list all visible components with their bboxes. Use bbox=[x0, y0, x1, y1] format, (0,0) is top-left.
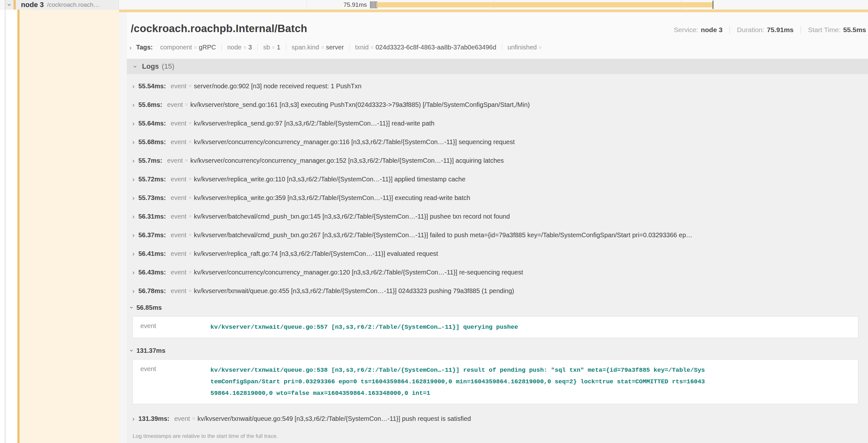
tag-chip[interactable]: sb=1 bbox=[257, 44, 286, 51]
log-field-key: event bbox=[174, 415, 190, 422]
log-entry-row[interactable]: › 56.41ms: event = kv/kvserver/replica_r… bbox=[127, 244, 868, 263]
tag-value: 1 bbox=[277, 44, 280, 51]
log-entry-row[interactable]: › 56.37ms: event = kv/kvserver/batcheval… bbox=[127, 226, 868, 244]
log-field-key: event bbox=[141, 364, 210, 399]
log-message: kv/kvserver/concurrency/concurrency_mana… bbox=[194, 138, 515, 146]
tag-chip[interactable]: span.kind=server bbox=[286, 44, 349, 51]
log-field-key: event bbox=[170, 232, 186, 239]
log-entry-row[interactable]: › 131.39ms: event = kv/kvserver/txnwait/… bbox=[127, 409, 868, 428]
equals-sign: = bbox=[185, 158, 188, 163]
tag-key: component bbox=[160, 44, 192, 51]
service-label: Service: bbox=[674, 26, 699, 34]
log-message: kv/kvserver/txnwait/queue.go:455 [n3,s3,… bbox=[194, 287, 514, 295]
equals-sign: = bbox=[192, 416, 195, 421]
tag-chip[interactable]: component=gRPC bbox=[155, 44, 222, 51]
log-field-key: event bbox=[170, 194, 186, 202]
log-field-key: event bbox=[170, 269, 186, 276]
span-name-cell[interactable]: › node 3 /cockroach.roach… bbox=[5, 0, 119, 10]
log-field-key: event bbox=[170, 250, 186, 258]
log-entry-row[interactable]: › 55.6ms: event = kv/kvserver/store_send… bbox=[127, 95, 868, 114]
tag-chip[interactable]: node=3 bbox=[221, 44, 257, 51]
log-message: kv/kvserver/replica_send.go:97 [n3,s3,r6… bbox=[194, 120, 435, 127]
equals-sign: = bbox=[189, 139, 191, 145]
equals-sign: = bbox=[194, 45, 197, 50]
log-entry-row[interactable]: › 55.7ms: event = kv/kvserver/concurrenc… bbox=[127, 151, 868, 170]
log-timestamp: 55.6ms: bbox=[138, 101, 162, 108]
log-entry-row[interactable]: › 56.31ms: event = kv/kvserver/batcheval… bbox=[127, 207, 868, 226]
log-entry-expanded: › 131.37ms event kv/kvserver/txnwait/que… bbox=[127, 343, 868, 404]
span-title: /cockroach.roachpb.Internal/Batch bbox=[131, 23, 307, 35]
chevron-down-icon: › bbox=[132, 66, 139, 68]
log-timestamp: 55.68ms: bbox=[138, 138, 166, 146]
equals-sign: = bbox=[539, 45, 541, 50]
span-overview: Service: node 3 Duration: 75.91ms Start … bbox=[674, 26, 866, 34]
log-message: kv/kvserver/txnwait/queue.go:549 [n3,s3,… bbox=[197, 415, 471, 422]
log-timestamp: 55.54ms: bbox=[138, 82, 166, 90]
log-message: server/node.go:902 [n3] node received re… bbox=[194, 82, 362, 90]
log-field-value[interactable]: kv/kvserver/txnwait/queue.go:557 [n3,s3,… bbox=[210, 321, 518, 333]
log-timestamp: 56.37ms: bbox=[138, 232, 166, 239]
log-message: kv/kvserver/replica_write.go:359 [n3,s3,… bbox=[194, 194, 470, 202]
span-row: › node 3 /cockroach.roach… 75.91ms bbox=[0, 0, 868, 10]
log-entry-row[interactable]: › 55.64ms: event = kv/kvserver/replica_s… bbox=[127, 114, 868, 133]
start-time-value: 55.5ms bbox=[843, 26, 866, 34]
tag-value: 024d3323-6c8f-4863-aa8b-37ab0e63496d bbox=[375, 44, 496, 51]
log-timestamp: 55.73ms: bbox=[138, 194, 166, 202]
tag-key: node bbox=[227, 44, 242, 51]
log-timestamp: 55.7ms: bbox=[138, 157, 162, 164]
log-value-line: kv/kvserver/txnwait/queue.go:557 [n3,s3,… bbox=[210, 321, 518, 333]
log-field-key: event bbox=[170, 213, 186, 220]
chevron-right-icon: › bbox=[132, 101, 134, 108]
log-message: kv/kvserver/store_send.go:161 [n3,s3] ex… bbox=[190, 101, 530, 108]
chevron-down-icon[interactable]: › bbox=[6, 3, 13, 6]
log-field-key: event bbox=[170, 120, 186, 127]
log-timestamp: 56.85ms bbox=[136, 304, 162, 311]
log-fields-table: event kv/kvserver/txnwait/queue.go:538 [… bbox=[132, 359, 858, 404]
log-entry-row[interactable]: › 55.68ms: event = kv/kvserver/concurren… bbox=[127, 133, 868, 151]
tag-key: unfinished bbox=[507, 44, 537, 51]
log-field-key: event bbox=[170, 138, 186, 146]
log-timestamp: 55.72ms: bbox=[138, 176, 166, 183]
chevron-right-icon: › bbox=[132, 120, 134, 127]
log-field-key: event bbox=[170, 82, 186, 90]
span-duration-bar[interactable] bbox=[377, 2, 713, 7]
equals-sign: = bbox=[185, 102, 188, 107]
column-resizer[interactable] bbox=[5, 0, 5, 443]
log-field-value[interactable]: kv/kvserver/txnwait/queue.go:538 [n3,s3,… bbox=[210, 364, 705, 399]
log-entry-row[interactable]: › 55.73ms: event = kv/kvserver/replica_w… bbox=[127, 189, 868, 207]
log-field-key: event bbox=[170, 287, 186, 295]
equals-sign: = bbox=[189, 269, 191, 275]
log-timestamp: 55.64ms: bbox=[138, 120, 166, 127]
log-message: kv/kvserver/batcheval/cmd_push_txn.go:14… bbox=[194, 213, 510, 220]
chevron-right-icon: › bbox=[132, 139, 134, 145]
log-entry-row[interactable]: › 55.72ms: event = kv/kvserver/replica_w… bbox=[127, 170, 868, 189]
log-message: kv/kvserver/replica_write.go:110 [n3,s3,… bbox=[194, 176, 465, 183]
equals-sign: = bbox=[189, 121, 191, 126]
log-entry-header[interactable]: › 56.85ms bbox=[127, 300, 868, 315]
tag-chip[interactable]: txnid=024d3323-6c8f-4863-aa8b-37ab0e6349… bbox=[349, 44, 501, 51]
divider bbox=[801, 26, 801, 34]
log-value-line: temConfigSpan/Start pri=0.03293366 epo=0… bbox=[210, 376, 705, 387]
chevron-down-icon: › bbox=[129, 349, 135, 352]
chevron-right-icon: › bbox=[132, 83, 134, 89]
logs-count: (15) bbox=[162, 62, 175, 71]
log-entry-row[interactable]: › 56.78ms: event = kv/kvserver/txnwait/q… bbox=[127, 281, 868, 300]
log-message: kv/kvserver/concurrency/concurrency_mana… bbox=[190, 157, 504, 164]
log-timestamp: 131.37ms bbox=[136, 347, 165, 354]
log-entry-row[interactable]: › 56.43ms: event = kv/kvserver/concurren… bbox=[127, 263, 868, 281]
tag-value: server bbox=[326, 44, 344, 51]
log-entry-row[interactable]: › 55.54ms: event = server/node.go:902 [n… bbox=[127, 77, 868, 95]
logs-header[interactable]: › Logs (15) bbox=[127, 59, 868, 74]
tag-chip[interactable]: unfinished= bbox=[502, 44, 549, 51]
tags-accordian[interactable]: › Tags: component=gRPC node=3 sb=1 span.… bbox=[129, 44, 868, 51]
span-timeline[interactable]: 75.91ms bbox=[119, 0, 868, 10]
log-fields-table: event kv/kvserver/txnwait/queue.go:557 [… bbox=[132, 316, 858, 338]
equals-sign: = bbox=[189, 176, 191, 182]
panel-gutter bbox=[120, 12, 127, 443]
log-entry-header[interactable]: › 131.37ms bbox=[127, 343, 868, 358]
chevron-right-icon: › bbox=[129, 44, 132, 51]
log-message: kv/kvserver/concurrency/concurrency_mana… bbox=[194, 269, 523, 276]
log-timestamp: 56.41ms: bbox=[138, 250, 166, 258]
logs-accordian: › Logs (15) › 55.54ms: event = server/no… bbox=[127, 59, 868, 443]
chevron-right-icon: › bbox=[132, 232, 134, 238]
